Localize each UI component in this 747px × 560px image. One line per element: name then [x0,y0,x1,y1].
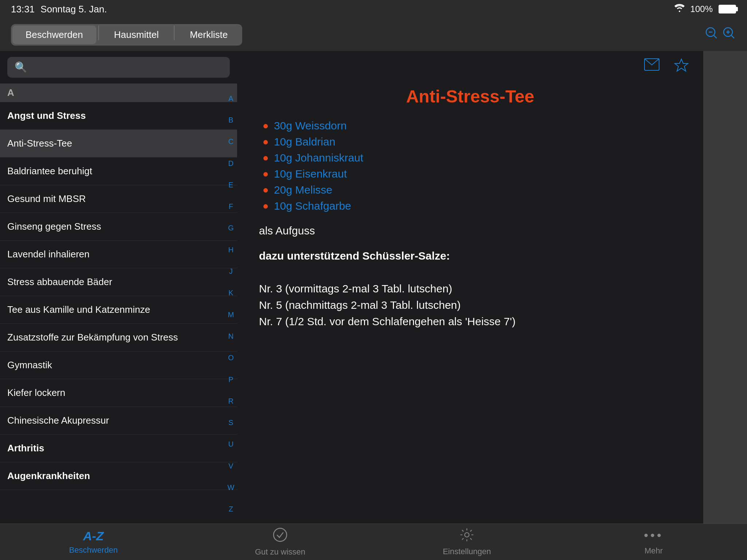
alpha-N[interactable]: N [228,332,233,340]
list-item[interactable]: Angst und Stress [0,102,237,130]
zoom-in-button[interactable] [722,26,736,43]
tab-beschwerden[interactable]: Beschwerden [12,26,96,44]
einstellungen-label: Einstellungen [443,547,491,556]
tab-merkliste[interactable]: Merkliste [177,26,241,44]
list-item[interactable]: Kiefer lockern [0,379,237,407]
bullet: ● [263,136,269,148]
alpha-F[interactable]: F [229,203,233,210]
list-item[interactable]: Gymnastik [0,351,237,379]
ingredient-list: ●30g Weissdorn ●10g Baldrian ●10g Johann… [259,120,681,212]
alpha-G[interactable]: G [228,224,234,232]
alpha-U[interactable]: U [228,440,233,448]
alpha-W[interactable]: W [228,484,235,491]
dots-icon: ••• [644,528,663,542]
alpha-V[interactable]: V [228,462,233,470]
content-body: Anti-Stress-Tee ●30g Weissdorn ●10g Bald… [237,83,703,524]
alpha-M[interactable]: M [228,311,234,318]
sidebar: 🔍 A Angst und Stress Anti-Stress-Tee Bal… [0,51,237,524]
battery-percent: 100% [690,4,713,14]
ingredient-text: 30g Weissdorn [274,120,347,132]
svg-point-10 [465,533,469,537]
alpha-A[interactable]: A [228,95,233,102]
mehr-label: Mehr [645,546,663,556]
alpha-R[interactable]: R [228,397,233,405]
list-item[interactable]: Tee aus Kamille und Katzenminze [0,296,237,324]
bottom-tab-gut-zu-wissen[interactable]: Gut zu wissen [187,528,374,557]
bullet: ● [263,120,269,132]
bullet: ● [263,152,269,164]
ingredient-text: 10g Johanniskraut [274,152,363,164]
ingredient-item: ●10g Schafgarbe [263,200,681,212]
mail-icon[interactable] [644,58,659,75]
svg-marker-8 [675,59,688,71]
list-item[interactable]: Stress abbauende Bäder [0,268,237,296]
nav-bar: Beschwerden Hausmittel Merkliste [0,18,747,51]
list-item[interactable]: Lavendel inhalieren [0,241,237,268]
zusatz-body: Nr. 3 (vormittags 2-mal 3 Tabl. lutschen… [259,283,515,327]
section-header-a: A [0,83,237,102]
alpha-B[interactable]: B [228,116,233,124]
nav-tabs: Beschwerden Hausmittel Merkliste [11,24,242,46]
search-input[interactable] [32,62,222,73]
zusatz-block: dazu unterstützend Schüssler-Salze: Nr. … [259,248,681,330]
status-right: 100% [674,4,736,14]
alpha-D[interactable]: D [228,160,233,167]
ingredient-text: 10g Baldrian [274,136,335,148]
star-icon[interactable] [674,58,689,75]
list-item[interactable]: Arthritis [0,435,237,462]
wifi-icon [674,4,685,14]
svg-point-9 [274,528,287,541]
status-bar: 13:31 Sonntag 5. Jan. 100% [0,0,747,18]
beschwerden-label: Beschwerden [69,545,117,555]
alpha-Z[interactable]: Z [229,505,233,513]
ingredient-item: ●10g Baldrian [263,136,681,148]
main-container: Beschwerden Hausmittel Merkliste [0,18,747,560]
search-icon: 🔍 [15,61,27,73]
ingredient-item: ●10g Eisenkraut [263,168,681,180]
list-item[interactable]: Zusatzstoffe zur Bekämpfung von Stress [0,324,237,351]
content-toolbar [237,51,703,83]
svg-line-2 [714,36,716,38]
bottom-tab-einstellungen[interactable]: Einstellungen [374,528,560,556]
bottom-bar: A-Z Beschwerden Gut zu wissen Einstellun… [0,524,747,560]
bottom-tab-mehr[interactable]: ••• Mehr [560,528,747,556]
list-item[interactable]: Anti-Stress-Tee [0,130,237,158]
list-container: A Angst und Stress Anti-Stress-Tee Baldr… [0,83,237,524]
alpha-O[interactable]: O [228,354,234,361]
ingredient-text: 10g Eisenkraut [274,168,347,180]
list-item[interactable]: Augenkrankheiten [0,462,237,490]
svg-line-6 [732,36,734,38]
zoom-out-button[interactable] [705,26,719,43]
search-wrap: 🔍 [7,57,230,78]
alpha-K[interactable]: K [228,289,233,296]
alpha-S[interactable]: S [228,419,233,426]
status-time: 13:31 [11,4,35,15]
nav-divider-2 [174,26,174,40]
alpha-J[interactable]: J [229,268,233,275]
az-icon: A-Z [83,529,104,543]
zusatz-title: dazu unterstützend Schüssler-Salze: [259,250,450,262]
content-panel: Anti-Stress-Tee ●30g Weissdorn ●10g Bald… [237,51,703,524]
gut-zu-wissen-label: Gut zu wissen [255,547,305,557]
alpha-C[interactable]: C [228,138,233,145]
content-area: 🔍 A Angst und Stress Anti-Stress-Tee Bal… [0,51,747,524]
bullet: ● [263,184,269,196]
list-item[interactable]: Ginseng gegen Stress [0,213,237,241]
alpha-P[interactable]: P [228,376,233,383]
bottom-tab-beschwerden[interactable]: A-Z Beschwerden [0,529,187,555]
alpha-index: A B C D E F G H J K M N O P R S U V W Z [225,84,237,524]
ingredient-item: ●10g Johanniskraut [263,152,681,164]
bullet: ● [263,168,269,180]
search-bar: 🔍 [0,51,237,83]
alpha-E[interactable]: E [228,181,233,188]
list-item[interactable]: Baldriantee beruhigt [0,158,237,185]
list-item[interactable]: Gesund mit MBSR [0,185,237,213]
right-panel [703,51,747,524]
tab-hausmittel[interactable]: Hausmittel [101,26,172,44]
ingredient-item: ●20g Melisse [263,184,681,196]
list-item[interactable]: Chinesische Akupressur [0,407,237,435]
check-icon [273,528,287,545]
nav-divider-1 [98,26,99,40]
gear-icon [460,528,474,545]
alpha-H[interactable]: H [228,246,233,253]
